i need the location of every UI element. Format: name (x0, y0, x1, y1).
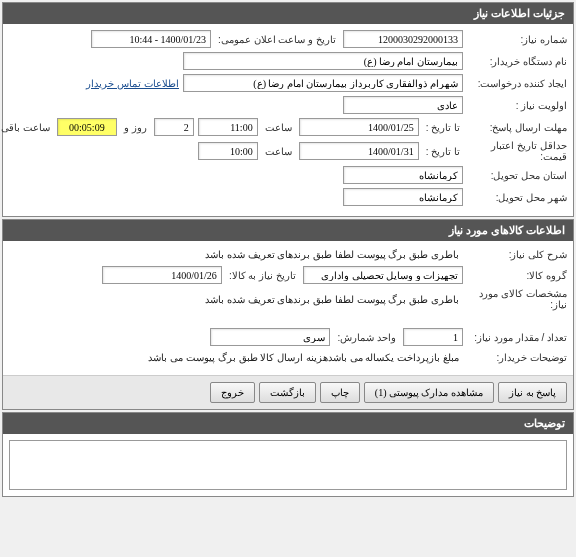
days-label: روز و (121, 122, 150, 133)
min-credit-label: حداقل تاریخ اعتبار قیمت: (467, 140, 567, 162)
buyer-label: نام دستگاه خریدار: (467, 56, 567, 67)
deadline-label: مهلت ارسال پاسخ: (467, 122, 567, 133)
need-info-panel: جزئیات اطلاعات نیاز شماره نیاز: تاریخ و … (2, 2, 574, 217)
attachments-button[interactable]: مشاهده مدارک پیوستی (1) (364, 382, 494, 403)
creator-label: ایجاد کننده درخواست: (467, 78, 567, 89)
delivery-city-label: شهر محل تحویل: (467, 192, 567, 203)
need-date-label: تاریخ نیاز به کالا: (226, 270, 299, 281)
buyer-notes-value: مبلغ بازپرداخت یکساله می باشدهزینه ارسال… (144, 350, 463, 365)
button-bar: پاسخ به نیاز مشاهده مدارک پیوستی (1) چاپ… (3, 375, 573, 409)
days-field[interactable] (154, 118, 194, 136)
exit-button[interactable]: خروج (210, 382, 255, 403)
buyer-notes-label: توضیحات خریدار: (467, 352, 567, 363)
priority-field[interactable] (343, 96, 463, 114)
niaz-no-label: شماره نیاز: (467, 34, 567, 45)
spec-label: مشخصات کالای مورد نیاز: (467, 288, 567, 310)
niaz-no-field[interactable] (343, 30, 463, 48)
notes-area[interactable] (9, 440, 567, 490)
need-date-field[interactable] (102, 266, 222, 284)
group-field[interactable] (303, 266, 463, 284)
remain-label: ساعت باقی مانده (0, 122, 53, 133)
qty-label: تعداد / مقدار مورد نیاز: (467, 332, 567, 343)
notes-panel: توضیحات (2, 412, 574, 497)
deadline-time-field[interactable] (198, 118, 258, 136)
panel3-header: توضیحات (3, 413, 573, 434)
respond-button[interactable]: پاسخ به نیاز (498, 382, 567, 403)
panel1-header: جزئیات اطلاعات نیاز (3, 3, 573, 24)
delivery-city-field[interactable] (343, 188, 463, 206)
announce-field[interactable] (91, 30, 211, 48)
min-credit-date-field[interactable] (299, 142, 419, 160)
delivery-state-label: استان محل تحویل: (467, 170, 567, 181)
goods-info-panel: اطلاعات کالاهای مورد نیاز شرح کلی نیاز: … (2, 219, 574, 410)
creator-field[interactable] (183, 74, 463, 92)
unit-field[interactable] (210, 328, 330, 346)
spec-value: باطری طبق برگ پیوست لطفا طبق برندهای تعر… (201, 292, 463, 307)
announce-label: تاریخ و ساعت اعلان عمومی: (215, 34, 339, 45)
remain-time-field (57, 118, 117, 136)
min-credit-time-field[interactable] (198, 142, 258, 160)
qty-field[interactable] (403, 328, 463, 346)
unit-label: واحد شمارش: (334, 332, 399, 343)
print-button[interactable]: چاپ (320, 382, 360, 403)
deadline-date-field[interactable] (299, 118, 419, 136)
desc-label: شرح کلی نیاز: (467, 249, 567, 260)
buyer-field[interactable] (183, 52, 463, 70)
back-button[interactable]: بازگشت (259, 382, 316, 403)
priority-label: اولویت نیاز : (467, 100, 567, 111)
deadline-to-label: تا تاریخ : (423, 122, 463, 133)
delivery-state-field[interactable] (343, 166, 463, 184)
time-label-2: ساعت (262, 146, 295, 157)
panel2-header: اطلاعات کالاهای مورد نیاز (3, 220, 573, 241)
time-label-1: ساعت (262, 122, 295, 133)
desc-value: باطری طبق برگ پیوست لطفا طبق برندهای تعر… (201, 247, 463, 262)
contact-link[interactable]: اطلاعات تماس خریدار (86, 78, 179, 89)
group-label: گروه کالا: (467, 270, 567, 281)
min-credit-to-label: تا تاریخ : (423, 146, 463, 157)
